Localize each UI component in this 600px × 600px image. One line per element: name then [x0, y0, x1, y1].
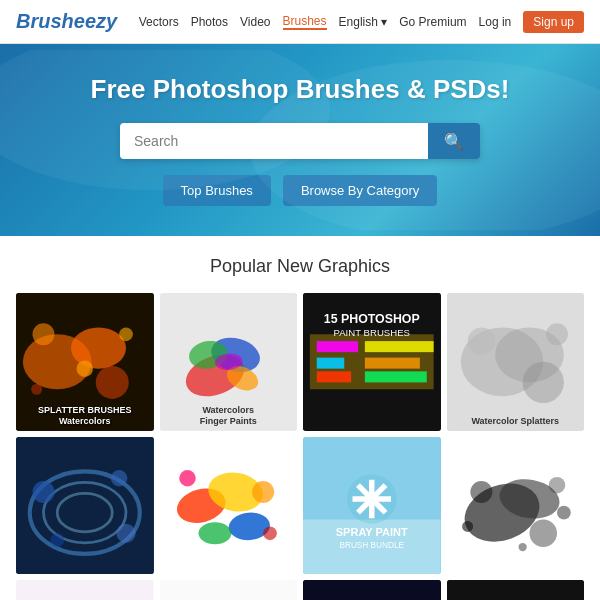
svg-point-6 — [119, 327, 133, 341]
grid-item-8[interactable] — [447, 437, 585, 575]
nav-gopremium[interactable]: Go Premium — [399, 15, 466, 29]
grid-item-7[interactable]: SPRAY PAINT BRUSH BUNDLE — [303, 437, 441, 575]
popular-section: Popular New Graphics SPLATTER BRUSHESWat… — [0, 236, 600, 600]
search-bar: 🔍 — [120, 123, 480, 159]
svg-text:PAINT BRUSHES: PAINT BRUSHES — [333, 327, 410, 338]
svg-point-5 — [77, 360, 94, 377]
svg-point-4 — [96, 366, 129, 399]
svg-point-45 — [263, 526, 277, 540]
svg-point-62 — [557, 505, 571, 519]
svg-rect-73 — [160, 580, 298, 600]
grid-item-6[interactable] — [160, 437, 298, 575]
svg-point-59 — [529, 519, 557, 547]
svg-point-2 — [71, 327, 126, 368]
nav-language[interactable]: English ▾ — [339, 15, 388, 29]
grid-item-9[interactable] — [16, 580, 154, 600]
svg-rect-19 — [365, 341, 434, 352]
grid-item-10[interactable]: Splatter Photoshop Brushes — [160, 580, 298, 600]
svg-rect-21 — [365, 371, 427, 382]
svg-point-35 — [111, 470, 128, 487]
svg-text:15 PHOTOSHOP: 15 PHOTOSHOP — [324, 312, 420, 326]
hero-title: Free Photoshop Brushes & PSDs! — [20, 74, 580, 105]
grid-item-4[interactable]: Watercolor Splatters — [447, 293, 585, 431]
svg-point-60 — [548, 476, 565, 493]
section-title: Popular New Graphics — [16, 256, 584, 277]
svg-point-37 — [116, 523, 135, 542]
search-input[interactable] — [120, 123, 428, 159]
svg-text:SPRAY PAINT: SPRAY PAINT — [336, 526, 408, 538]
svg-rect-16 — [317, 341, 358, 352]
svg-point-61 — [462, 520, 473, 531]
grid-item-1[interactable]: SPLATTER BRUSHESWatercolors — [16, 293, 154, 431]
svg-point-3 — [33, 323, 55, 345]
svg-point-58 — [470, 481, 492, 503]
nav: Vectors Photos Video Brushes English ▾ G… — [139, 11, 584, 33]
svg-rect-20 — [365, 358, 420, 369]
nav-signup[interactable]: Sign up — [523, 11, 584, 33]
nav-brushes[interactable]: Brushes — [283, 14, 327, 30]
svg-rect-82 — [303, 580, 441, 600]
nav-login[interactable]: Log in — [479, 15, 512, 29]
svg-point-29 — [546, 323, 568, 345]
search-icon: 🔍 — [444, 133, 464, 150]
logo[interactable]: Brusheezy — [16, 10, 117, 33]
svg-rect-90 — [447, 580, 585, 600]
card-label-4: Watercolor Splatters — [447, 416, 585, 427]
graphics-grid: SPLATTER BRUSHESWatercolors WatercolorsF… — [16, 293, 584, 600]
svg-rect-18 — [317, 371, 351, 382]
grid-item-2[interactable]: WatercolorsFinger Paints — [160, 293, 298, 431]
card-label-1: SPLATTER BRUSHESWatercolors — [16, 405, 154, 427]
svg-point-63 — [518, 542, 526, 550]
grid-item-3[interactable]: 15 PHOTOSHOP PAINT BRUSHES — [303, 293, 441, 431]
svg-point-7 — [31, 384, 42, 395]
grid-item-11[interactable]: PAINT SPLATTER 3 PHOTOSHOP BRUSHES — [303, 580, 441, 600]
card-label-2: WatercolorsFinger Paints — [160, 405, 298, 427]
hero-section: Free Photoshop Brushes & PSDs! 🔍 Top Bru… — [0, 44, 600, 236]
svg-point-28 — [522, 362, 563, 403]
nav-video[interactable]: Video — [240, 15, 270, 29]
hero-buttons: Top Brushes Browse By Category — [20, 175, 580, 206]
svg-point-42 — [198, 522, 231, 544]
grid-item-12[interactable]: PAINT SPLATTER 20 PHOTOSHOP BRUSHES — [447, 580, 585, 600]
svg-text:BRUSH BUNDLE: BRUSH BUNDLE — [339, 541, 404, 550]
grid-item-5[interactable] — [16, 437, 154, 575]
top-brushes-button[interactable]: Top Brushes — [163, 175, 271, 206]
svg-point-43 — [179, 470, 196, 487]
svg-point-44 — [252, 481, 274, 503]
svg-point-34 — [33, 481, 55, 503]
svg-rect-64 — [16, 580, 154, 600]
nav-photos[interactable]: Photos — [191, 15, 228, 29]
search-button[interactable]: 🔍 — [428, 123, 480, 159]
nav-vectors[interactable]: Vectors — [139, 15, 179, 29]
header: Brusheezy Vectors Photos Video Brushes E… — [0, 0, 600, 44]
svg-point-27 — [467, 327, 495, 355]
browse-category-button[interactable]: Browse By Category — [283, 175, 438, 206]
svg-point-36 — [50, 533, 64, 547]
svg-rect-17 — [317, 358, 345, 369]
